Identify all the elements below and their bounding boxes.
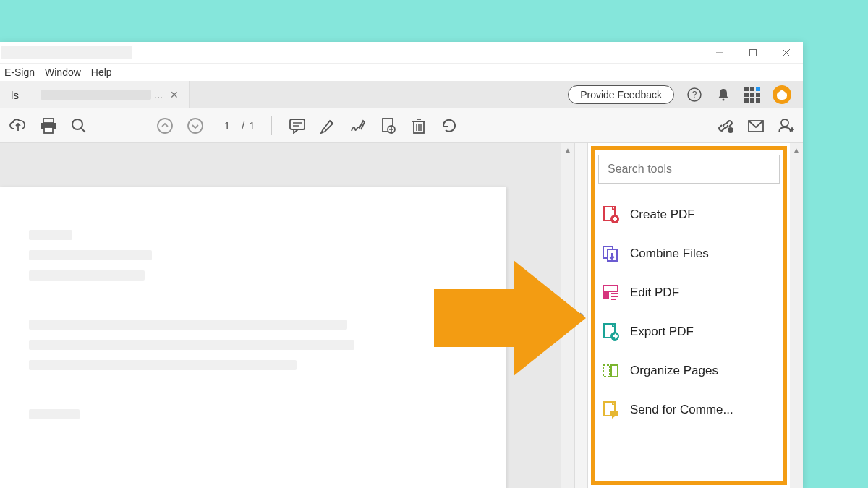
page-up-icon[interactable] [156, 117, 174, 134]
rotate-icon[interactable] [440, 117, 457, 134]
tab-document[interactable]: ... ✕ [30, 81, 190, 108]
svg-point-25 [728, 127, 733, 133]
comment-icon[interactable] [288, 117, 305, 134]
svg-text:?: ? [692, 90, 697, 100]
svg-rect-9 [44, 127, 53, 133]
provide-feedback-button[interactable]: Provide Feedback [568, 85, 674, 104]
cloud-upload-icon[interactable] [9, 117, 26, 134]
tools-panel: Create PDF Combine Files Edit PDF [587, 143, 790, 488]
document-viewport[interactable] [0, 143, 561, 488]
tab-close-icon[interactable]: ✕ [170, 89, 179, 100]
print-icon[interactable] [39, 117, 56, 134]
stamp-icon[interactable] [379, 117, 396, 134]
svg-rect-14 [290, 119, 305, 129]
highlight-icon[interactable] [318, 117, 336, 134]
tab-ellipsis: ... [154, 89, 163, 100]
svg-rect-1 [750, 49, 757, 56]
document-name-placeholder [41, 90, 151, 100]
minimize-button[interactable] [703, 42, 736, 64]
share-link-icon[interactable] [716, 117, 733, 134]
panel-scrollbar[interactable]: ▲ [790, 143, 803, 488]
sign-icon[interactable] [349, 117, 366, 134]
email-icon[interactable] [746, 117, 764, 134]
content-area: ▲ Create PDF Comb [0, 143, 803, 488]
svg-point-12 [158, 119, 172, 133]
notifications-icon[interactable] [715, 86, 732, 103]
title-placeholder [1, 46, 132, 59]
tab-tools[interactable]: ls [0, 81, 30, 108]
svg-point-27 [781, 119, 788, 127]
menu-esign[interactable]: E-Sign [4, 67, 35, 78]
scroll-up-icon[interactable]: ▲ [561, 143, 574, 156]
title-bar [0, 42, 803, 64]
close-button[interactable] [770, 42, 803, 64]
document-page [0, 187, 506, 488]
account-avatar[interactable] [773, 85, 791, 104]
page-number-input[interactable]: / 1 [217, 119, 255, 132]
menu-bar: E-Sign Window Help [0, 64, 803, 81]
toolbar: / 1 [0, 108, 803, 143]
menu-help[interactable]: Help [91, 67, 112, 78]
page-down-icon[interactable] [187, 117, 204, 134]
collapse-panel-button[interactable] [574, 143, 587, 488]
svg-point-10 [72, 119, 82, 129]
page-sep: / [242, 119, 244, 132]
toolbar-separator [271, 116, 272, 135]
svg-line-11 [81, 128, 85, 132]
page-current-field[interactable] [217, 119, 237, 132]
tab-tools-label: ls [11, 89, 19, 101]
maximize-button[interactable] [736, 42, 770, 64]
scroll-up-icon[interactable]: ▲ [790, 143, 803, 156]
svg-point-13 [188, 119, 203, 133]
apps-icon[interactable] [744, 86, 761, 103]
help-icon[interactable]: ? [686, 86, 703, 103]
delete-icon[interactable] [409, 117, 427, 134]
tab-bar: ls ... ✕ Provide Feedback ? [0, 81, 803, 108]
share-people-icon[interactable] [777, 117, 794, 134]
app-window: E-Sign Window Help ls ... ✕ Provide Feed… [0, 42, 803, 488]
page-total: 1 [249, 119, 255, 132]
svg-rect-7 [43, 119, 54, 123]
svg-point-6 [723, 99, 725, 101]
menu-window[interactable]: Window [45, 67, 81, 78]
annotation-highlight [591, 146, 787, 485]
document-scrollbar[interactable]: ▲ [561, 143, 574, 488]
find-icon[interactable] [69, 117, 87, 134]
